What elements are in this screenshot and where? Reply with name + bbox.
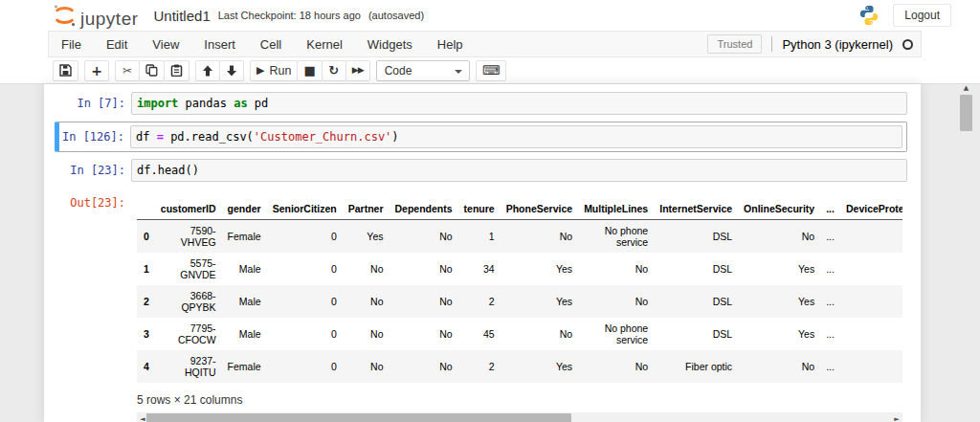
move-cell-up-button[interactable]: [195, 60, 220, 81]
table-cell: Yes: [840, 318, 902, 350]
kernel-name: Python 3 (ipykernel): [782, 37, 893, 52]
interrupt-kernel-button[interactable]: ■: [297, 60, 322, 81]
restart-icon: ↻: [328, 64, 339, 77]
table-cell: No: [501, 220, 578, 254]
table-cell: 3668-QPYBK: [155, 285, 222, 318]
cell-type-value: Code: [385, 64, 412, 78]
table-cell: 0: [267, 318, 343, 350]
jupyter-logo-text: jupyter: [80, 10, 139, 28]
python-logo-icon: [858, 5, 880, 26]
cell-type-select[interactable]: Code: [376, 60, 470, 81]
run-button[interactable]: ▶ Run: [250, 60, 298, 81]
table-cell: DSL: [654, 285, 738, 318]
menu-cell[interactable]: Cell: [248, 32, 294, 56]
scissors-icon: ✂: [122, 65, 132, 77]
table-cell: DSL: [654, 318, 738, 350]
table-cell: No: [578, 285, 654, 318]
column-header: gender: [222, 198, 267, 220]
column-header: ...: [820, 198, 840, 220]
table-cell: ...: [820, 285, 840, 318]
table-cell: No: [389, 350, 457, 383]
menubar: FileEditViewInsertCellKernelWidgetsHelp …: [48, 31, 922, 57]
cut-cells-button[interactable]: ✂: [115, 60, 140, 81]
kernel-divider: [771, 36, 772, 52]
table-cell: No: [501, 318, 578, 350]
code-input[interactable]: df = pd.read_csv('Customer_Churn.csv'): [130, 125, 902, 148]
table-row: 37795-CFOCWMale0NoNo45NoNo phone service…: [137, 318, 902, 350]
output-prompt: Out[23]:: [55, 191, 131, 422]
jupyter-logo-icon: [53, 3, 77, 28]
menu-help[interactable]: Help: [425, 32, 476, 56]
chevron-down-icon: [455, 70, 462, 74]
restart-kernel-button[interactable]: ↻: [322, 60, 346, 81]
table-cell: No: [389, 318, 457, 350]
paste-cells-button[interactable]: [164, 60, 189, 81]
table-cell: Female: [222, 350, 267, 383]
table-cell: 0: [267, 220, 343, 254]
notebook-title[interactable]: Untitled1: [154, 9, 211, 23]
vertical-scrollbar[interactable]: ▲: [960, 84, 972, 422]
input-prompt: In [7]:: [55, 92, 131, 115]
column-header: DeviceProtection: [840, 198, 902, 220]
save-icon: [59, 64, 72, 77]
checkpoint-text: Last Checkpoint: 18 hours ago: [218, 10, 361, 21]
table-cell: No: [343, 253, 390, 285]
table-row: 49237-HQITUFemale0NoNo2YesNoFiber opticN…: [137, 350, 902, 383]
horizontal-scrollbar[interactable]: ◄ ►: [137, 412, 902, 422]
scroll-up-arrow-icon[interactable]: ▲: [960, 84, 972, 93]
table-cell: No: [389, 253, 457, 285]
table-cell: No: [389, 285, 457, 318]
table-cell: ...: [820, 253, 840, 285]
menu-edit[interactable]: Edit: [94, 32, 140, 56]
trusted-badge[interactable]: Trusted: [707, 34, 762, 54]
copy-cells-button[interactable]: [139, 60, 165, 81]
row-index: 1: [137, 253, 155, 285]
dataframe-table: customerIDgenderSeniorCitizenPartnerDepe…: [137, 198, 902, 383]
table-cell: ...: [820, 318, 840, 350]
code-cell-2-selected[interactable]: In [126]: df = pd.read_csv('Customer_Chu…: [55, 122, 907, 152]
table-cell: No: [578, 350, 654, 383]
clipboard-icon: [170, 64, 183, 77]
column-header: SeniorCitizen: [267, 198, 343, 220]
plus-icon: +: [91, 64, 102, 78]
column-header: customerID: [155, 198, 222, 220]
column-header: OnlineSecurity: [738, 198, 820, 220]
table-cell: Yes: [738, 285, 820, 318]
menu-file[interactable]: File: [49, 32, 94, 56]
kernel-idle-icon: [902, 39, 913, 50]
table-cell: 0: [267, 285, 343, 318]
autosaved-text: (autosaved): [368, 10, 424, 21]
add-cell-button[interactable]: +: [84, 60, 109, 81]
row-index: 2: [137, 285, 155, 318]
input-prompt: In [126]:: [59, 125, 130, 148]
column-header: Partner: [343, 198, 390, 220]
table-cell: 1: [458, 220, 501, 254]
jupyter-logo[interactable]: jupyter: [53, 3, 139, 28]
move-cell-down-button[interactable]: [219, 60, 244, 81]
table-cell: No: [343, 350, 390, 383]
code-input[interactable]: df.head(): [131, 159, 907, 182]
table-cell: 9237-HQITU: [155, 350, 222, 383]
table-row: 23668-QPYBKMale0NoNo2YesNoDSLYes...NoNo: [137, 285, 902, 318]
menu-widgets[interactable]: Widgets: [355, 32, 425, 56]
menu-insert[interactable]: Insert: [191, 32, 248, 56]
scroll-right-arrow-icon[interactable]: ►: [891, 415, 902, 422]
menu-kernel[interactable]: Kernel: [294, 32, 355, 56]
row-index: 3: [137, 318, 155, 350]
menu-view[interactable]: View: [140, 32, 191, 56]
logout-button[interactable]: Logout: [893, 4, 951, 27]
save-button[interactable]: [53, 60, 78, 81]
keyboard-shortcuts-button[interactable]: ⌨: [476, 60, 507, 81]
run-label: Run: [269, 64, 291, 78]
table-cell: Female: [222, 220, 267, 254]
stop-icon: ■: [303, 64, 315, 77]
code-cell-1: In [7]: import pandas as pd: [55, 92, 907, 115]
restart-run-all-button[interactable]: ▶▶: [345, 60, 370, 81]
vertical-scrollbar-thumb[interactable]: [960, 95, 972, 131]
column-header: InternetService: [654, 198, 738, 220]
code-input[interactable]: import pandas as pd: [131, 92, 907, 115]
table-cell: No: [840, 350, 902, 383]
horizontal-scrollbar-thumb[interactable]: [146, 413, 571, 422]
table-cell: No: [389, 220, 457, 254]
table-cell: 34: [458, 253, 501, 285]
